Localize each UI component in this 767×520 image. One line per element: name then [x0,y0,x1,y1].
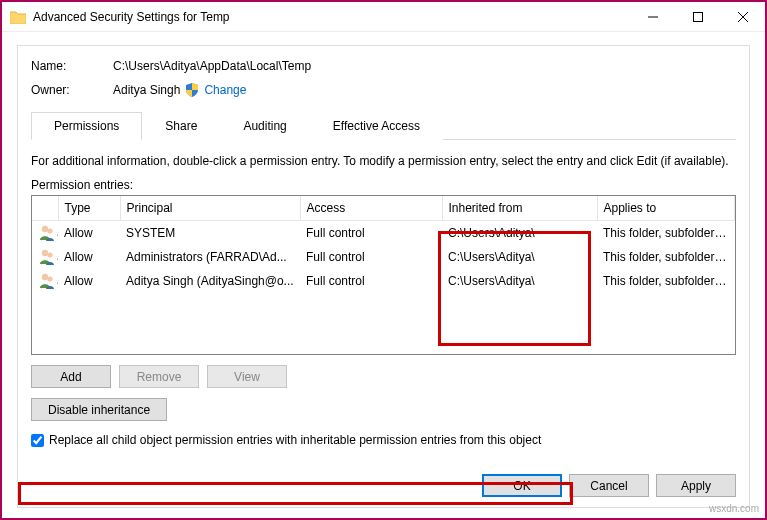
replace-children-row: Replace all child object permission entr… [31,433,736,447]
change-owner-link[interactable]: Change [204,83,246,97]
replace-children-checkbox[interactable] [31,434,44,447]
owner-value: Aditya Singh [113,83,180,97]
view-button: View [207,365,287,388]
cell-access: Full control [300,221,442,246]
svg-point-6 [42,250,48,256]
window: Advanced Security Settings for Temp Name… [0,0,767,520]
svg-rect-1 [693,12,702,21]
name-row: Name: C:\Users\Aditya\AppData\Local\Temp [31,59,736,73]
cell-type: Allow [58,221,120,246]
window-title: Advanced Security Settings for Temp [33,10,630,24]
svg-point-7 [47,252,52,257]
info-text: For additional information, double-click… [31,154,736,168]
replace-children-label[interactable]: Replace all child object permission entr… [49,433,541,447]
disable-inheritance-button[interactable]: Disable inheritance [31,398,167,421]
cell-applies: This folder, subfolders and files [597,245,735,269]
table-row[interactable]: AllowAdministrators (FARRAD\Ad...Full co… [32,245,735,269]
svg-point-5 [47,228,52,233]
column-inherited[interactable]: Inherited from [442,196,597,221]
user-group-icon [38,248,56,266]
cell-inherited: C:\Users\Aditya\ [442,245,597,269]
close-button[interactable] [720,2,765,31]
remove-button: Remove [119,365,199,388]
cell-inherited: C:\Users\Aditya\ [442,221,597,246]
entry-buttons: Add Remove View [31,365,736,388]
column-applies[interactable]: Applies to [597,196,735,221]
name-label: Name: [31,59,113,73]
cell-type: Allow [58,269,120,293]
cell-applies: This folder, subfolders and files [597,269,735,293]
folder-icon [10,10,26,24]
user-group-icon [38,272,56,290]
window-controls [630,2,765,31]
ok-button[interactable]: OK [482,474,562,497]
tab-permissions[interactable]: Permissions [31,112,142,140]
cell-type: Allow [58,245,120,269]
user-group-icon [38,224,56,242]
entries-label: Permission entries: [31,178,736,192]
svg-point-4 [42,226,48,232]
apply-button[interactable]: Apply [656,474,736,497]
cell-inherited: C:\Users\Aditya\ [442,269,597,293]
cancel-button[interactable]: Cancel [569,474,649,497]
dialog-footer: OK Cancel Apply [482,474,736,497]
name-value: C:\Users\Aditya\AppData\Local\Temp [113,59,311,73]
table-row[interactable]: AllowAditya Singh (AdityaSingh@o...Full … [32,269,735,293]
table-row[interactable]: AllowSYSTEMFull controlC:\Users\Aditya\T… [32,221,735,246]
content-area: Name: C:\Users\Aditya\AppData\Local\Temp… [2,32,765,518]
column-principal[interactable]: Principal [120,196,300,221]
column-access[interactable]: Access [300,196,442,221]
add-button[interactable]: Add [31,365,111,388]
tab-effective-access[interactable]: Effective Access [310,112,443,140]
title-bar: Advanced Security Settings for Temp [2,2,765,32]
cell-principal: Aditya Singh (AdityaSingh@o... [120,269,300,293]
minimize-button[interactable] [630,2,675,31]
permission-entries-table[interactable]: Type Principal Access Inherited from App… [31,195,736,355]
svg-point-8 [42,274,48,280]
owner-row: Owner: Aditya Singh Change [31,83,736,97]
column-type[interactable]: Type [58,196,120,221]
svg-point-9 [47,276,52,281]
owner-label: Owner: [31,83,113,97]
cell-principal: Administrators (FARRAD\Ad... [120,245,300,269]
column-icon[interactable] [32,196,58,221]
cell-access: Full control [300,245,442,269]
tab-share[interactable]: Share [142,112,220,140]
cell-principal: SYSTEM [120,221,300,246]
dialog-frame: Name: C:\Users\Aditya\AppData\Local\Temp… [17,45,750,508]
tab-bar: Permissions Share Auditing Effective Acc… [31,111,736,140]
shield-icon [185,83,199,97]
cell-access: Full control [300,269,442,293]
cell-applies: This folder, subfolders and files [597,221,735,246]
tab-auditing[interactable]: Auditing [220,112,309,140]
maximize-button[interactable] [675,2,720,31]
